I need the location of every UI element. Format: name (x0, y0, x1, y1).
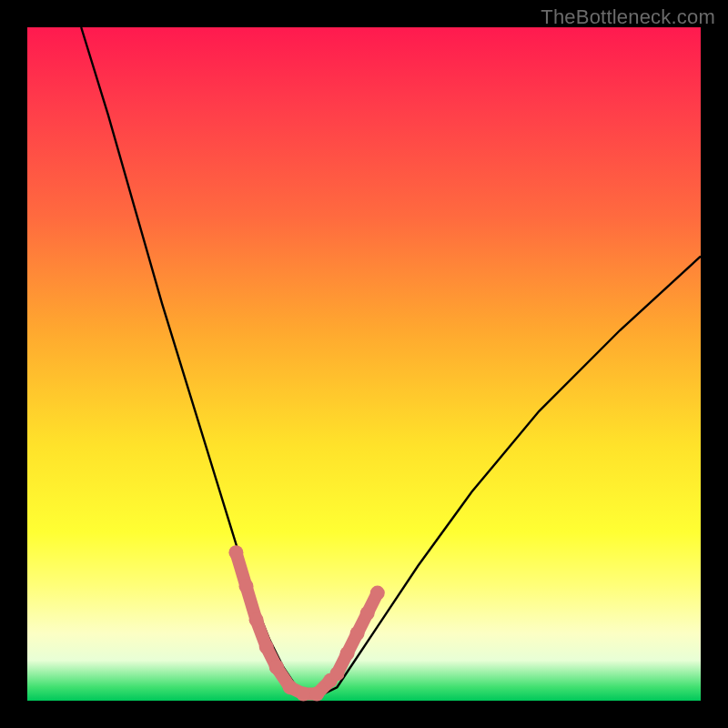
highlight-bead (296, 687, 310, 702)
bottleneck-curve-path (81, 27, 701, 694)
highlight-markers (228, 545, 384, 701)
main-curve (81, 27, 701, 694)
plot-area (27, 27, 701, 701)
highlight-bead (283, 680, 298, 694)
highlight-bead (228, 545, 243, 560)
highlight-bead (259, 640, 274, 654)
highlight-bead (350, 626, 365, 641)
highlight-bead (309, 687, 324, 702)
highlight-bead (269, 660, 284, 674)
highlight-bead (329, 666, 344, 681)
curve-svg (27, 27, 701, 701)
highlight-bead (249, 612, 264, 627)
highlight-bead (370, 586, 385, 601)
watermark-text: TheBottleneck.com (541, 5, 715, 29)
highlight-bead (340, 646, 355, 661)
highlight-bead (239, 579, 254, 593)
highlight-bead (360, 606, 375, 621)
chart-stage: TheBottleneck.com (0, 0, 728, 728)
